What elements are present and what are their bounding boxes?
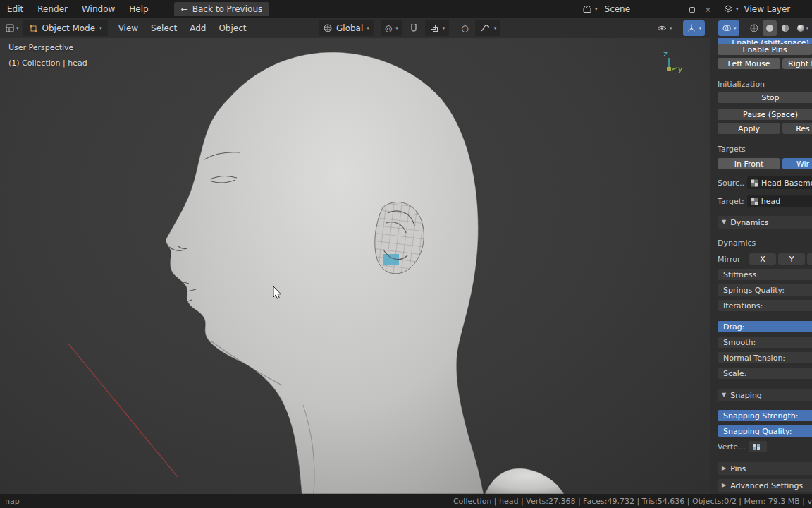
menu-render[interactable]: Render (30, 0, 75, 18)
mirror-y-button[interactable]: Y (778, 253, 805, 265)
magnet-icon (409, 23, 419, 33)
chevron-down-icon: ▾ (494, 26, 497, 31)
chevron-down-icon: ▾ (367, 26, 369, 31)
source-value: Head Basemes (761, 179, 812, 188)
visibility-dropdown[interactable]: ▾ (653, 20, 676, 36)
scene-icon (582, 4, 592, 14)
x-axis-line (68, 344, 178, 477)
enable-button[interactable]: Enable (shift-space) (718, 38, 812, 44)
chevron-down-icon: ▾ (670, 26, 672, 31)
chevron-down-icon: ▾ (736, 7, 739, 12)
pause-button[interactable]: Pause (Space) (718, 109, 812, 120)
shading-mode-group: ▾ (747, 20, 811, 36)
mode-dropdown[interactable]: Object Mode ▾ (23, 20, 108, 36)
menu-help[interactable]: Help (122, 0, 155, 18)
mirror-row: Mirror X Y Z (718, 253, 812, 265)
view-layer-name[interactable]: View Layer (744, 4, 791, 14)
stiffness-slider[interactable]: Stiffness: (718, 269, 812, 280)
smooth-slider[interactable]: Smooth: (718, 337, 812, 348)
menu-select[interactable]: Select (144, 18, 183, 38)
chevron-down-icon: ▾ (16, 26, 19, 31)
shading-material-icon (780, 23, 790, 33)
scene-name[interactable]: Scene (605, 4, 631, 14)
right-mouse-button[interactable]: Right M (782, 58, 812, 69)
menu-edit[interactable]: Edit (0, 0, 30, 18)
snapping-quality-slider[interactable]: Snapping Quality: (718, 425, 812, 437)
header-center-tools: Global ▾ ◎ ▾ ▾ ○ (319, 18, 500, 38)
viewport-3d[interactable]: z y User Perspective (1) Collection | he… (0, 38, 710, 494)
editor-type-button[interactable]: ▾ (2, 20, 22, 36)
enable-pins-button[interactable]: Enable Pins (718, 44, 812, 55)
shading-solid-button[interactable] (763, 20, 777, 36)
overlap-dropdown[interactable]: ▾ (425, 20, 450, 36)
header-right-tools: ▾ ▾ ▾ (653, 18, 811, 38)
in-front-button[interactable]: In Front (718, 158, 780, 169)
mirror-label: Mirror (718, 253, 747, 265)
section-dynamics[interactable]: ▼ Dynamics (718, 216, 812, 229)
sidebar-panel: Enable (shift-space) Enable Pins Left Mo… (710, 38, 812, 494)
triangle-right-icon: ▶ (722, 483, 726, 488)
falloff-icon (479, 23, 491, 33)
scene-picker[interactable]: ▾ Scene (582, 0, 630, 18)
scale-slider[interactable]: Scale: (718, 368, 812, 379)
dynamics-label: Dynamics (718, 238, 812, 248)
section-snaping[interactable]: ▼ Snaping (718, 389, 812, 401)
snap-target-dropdown[interactable]: ◎ ▾ (381, 20, 402, 36)
overlap-icon (429, 23, 439, 33)
shading-wireframe-button[interactable] (747, 20, 761, 36)
view-layer-picker[interactable]: ▾ View Layer (723, 0, 790, 18)
proportional-icon: ○ (461, 23, 468, 33)
normal-tension-slider[interactable]: Normal Tension: (718, 352, 812, 363)
shading-rendered-button[interactable]: ▾ (794, 20, 811, 36)
magnet-toggle[interactable] (405, 20, 422, 36)
statusbar-stats: Collection | head | Verts:27,368 | Faces… (453, 497, 812, 506)
section-pins[interactable]: ▶ Pins (718, 462, 812, 475)
axis-gizmo[interactable]: z y (663, 49, 683, 73)
gizmo-toggle[interactable]: ▾ (683, 20, 705, 36)
collection-label: (1) Collection | head (8, 59, 87, 68)
proportional-toggle[interactable]: ○ (457, 20, 472, 36)
chevron-down-icon: ▾ (699, 26, 701, 31)
shading-material-button[interactable] (778, 20, 792, 36)
scene-canvas: z y (0, 38, 710, 494)
apply-button[interactable]: Apply (718, 123, 780, 134)
menu-view[interactable]: View (112, 18, 144, 38)
left-mouse-button[interactable]: Left Mouse (718, 58, 780, 69)
source-field[interactable]: Head Basemes (747, 176, 812, 189)
back-label: Back to Previous (192, 4, 263, 14)
drag-slider[interactable]: Drag: (718, 321, 812, 332)
gizmo-icon (687, 23, 696, 33)
orientation-dropdown[interactable]: Global ▾ (319, 20, 374, 36)
visibility-icon (656, 23, 668, 33)
statusbar: Snap Collection | head | Verts:27,368 | … (0, 494, 812, 508)
orientation-icon (323, 23, 333, 33)
back-to-previous-button[interactable]: ← Back to Previous (174, 2, 270, 16)
reset-button[interactable]: Res (782, 123, 812, 134)
menu-object[interactable]: Object (212, 18, 252, 38)
stop-button[interactable]: Stop (718, 92, 812, 103)
wire-button[interactable]: Wir (782, 158, 812, 169)
target-value: head (761, 197, 780, 206)
overlays-toggle[interactable]: ▾ (718, 20, 740, 36)
viewport-overlay-text: User Perspective (1) Collection | head (8, 43, 87, 74)
menu-window[interactable]: Window (75, 0, 122, 18)
new-scene-button[interactable] (688, 0, 698, 18)
mirror-x-button[interactable]: X (749, 253, 776, 265)
chevron-down-icon: ▾ (806, 26, 808, 31)
springs-quality-slider[interactable]: Springs Quality: (718, 284, 812, 296)
close-icon[interactable]: × (704, 0, 712, 18)
iterations-slider[interactable]: Iterations: (718, 300, 812, 311)
section-advanced-settings[interactable]: ▶ Advanced Settings (718, 479, 812, 492)
chevron-down-icon: ▾ (443, 26, 445, 31)
mode-label: Object Mode (42, 23, 96, 33)
back-icon: ← (181, 4, 188, 14)
vertex-snap-icon (753, 443, 762, 451)
falloff-dropdown[interactable]: ▾ (475, 20, 501, 36)
snapping-strength-slider[interactable]: Snapping Strength: (718, 410, 812, 421)
triangle-right-icon: ▶ (722, 466, 726, 471)
shading-rendered-icon (796, 23, 806, 33)
target-field[interactable]: head (747, 195, 812, 207)
mirror-z-button[interactable]: Z (807, 253, 812, 265)
vertex-snap-button[interactable] (749, 441, 767, 452)
menu-add[interactable]: Add (183, 18, 212, 38)
